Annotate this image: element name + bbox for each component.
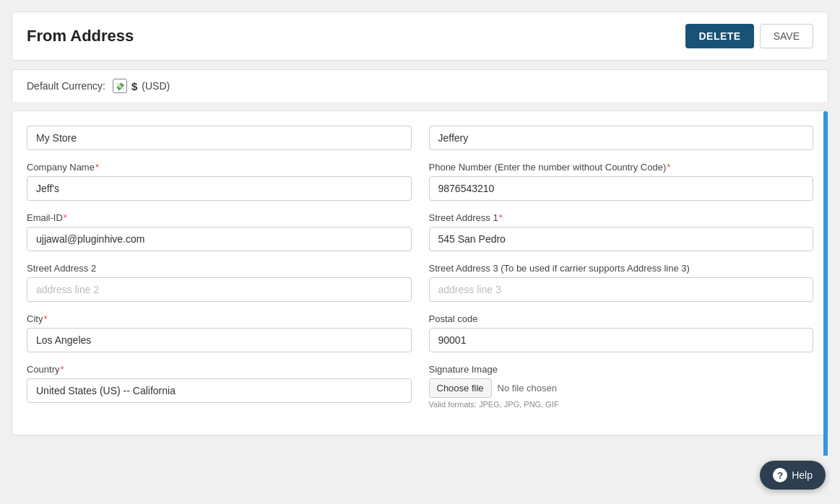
postal-field: Postal code — [429, 313, 814, 352]
save-button[interactable]: SAVE — [760, 24, 813, 48]
dollar-sign: $ — [131, 80, 137, 92]
city-input[interactable] — [27, 328, 412, 352]
currency-bar: Default Currency: 💸 $ (USD) — [12, 69, 828, 102]
email-label: Email-ID* — [27, 212, 412, 223]
currency-code: (USD) — [142, 80, 170, 92]
country-field: Country* — [27, 364, 412, 409]
postal-input[interactable] — [429, 328, 814, 352]
email-input[interactable] — [27, 227, 412, 251]
company-name-field: Company Name* — [27, 162, 412, 201]
postal-label: Postal code — [429, 313, 814, 324]
currency-icon: 💸 — [113, 79, 127, 93]
street3-input[interactable] — [429, 277, 814, 302]
file-status: No file chosen — [498, 383, 557, 394]
street1-field: Street Address 1* — [429, 212, 814, 251]
street3-label: Street Address 3 (To be used if carrier … — [429, 263, 814, 274]
first-name-input[interactable] — [429, 126, 814, 150]
store-name-input[interactable] — [27, 126, 412, 150]
phone-field: Phone Number (Enter the number without C… — [429, 162, 814, 201]
signature-label: Signature Image — [429, 364, 814, 375]
country-label: Country* — [27, 364, 412, 375]
street3-field: Street Address 3 (To be used if carrier … — [429, 263, 814, 302]
street2-field: Street Address 2 — [27, 263, 412, 302]
file-input-row: Choose file No file chosen — [429, 378, 814, 398]
signature-field: Signature Image Choose file No file chos… — [429, 364, 814, 409]
city-field: City* — [27, 313, 412, 352]
form-card: Company Name* Phone Number (Enter the nu… — [12, 110, 828, 435]
phone-input[interactable] — [429, 176, 814, 201]
street2-input[interactable] — [27, 277, 412, 302]
scrollbar-track[interactable] — [823, 111, 828, 435]
street1-input[interactable] — [429, 227, 814, 251]
phone-label: Phone Number (Enter the number without C… — [429, 162, 814, 173]
name-row — [27, 126, 813, 150]
valid-formats-text: Valid formats: JPEG, JPG, PNG, GIF — [429, 400, 814, 409]
street1-label: Street Address 1* — [429, 212, 814, 223]
choose-file-button[interactable]: Choose file — [429, 378, 492, 398]
page-title: From Address — [27, 27, 134, 45]
company-name-label: Company Name* — [27, 162, 412, 173]
email-field: Email-ID* — [27, 212, 412, 251]
header-actions: DELETE SAVE — [685, 24, 813, 48]
currency-label: Default Currency: — [27, 80, 105, 92]
scrollbar-thumb[interactable] — [823, 111, 828, 456]
form-grid: Company Name* Phone Number (Enter the nu… — [27, 162, 813, 420]
company-name-input[interactable] — [27, 176, 412, 201]
delete-button[interactable]: DELETE — [685, 24, 753, 48]
city-label: City* — [27, 313, 412, 324]
street2-label: Street Address 2 — [27, 263, 412, 274]
country-input[interactable] — [27, 378, 412, 403]
